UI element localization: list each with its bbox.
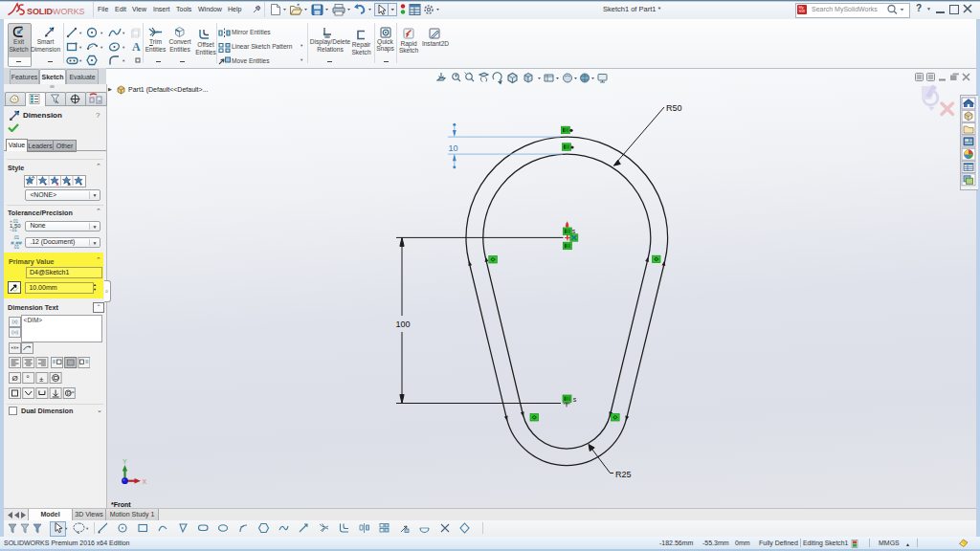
svg-text:+: + <box>79 180 82 186</box>
svg-text:x: x <box>56 180 59 186</box>
svg-text:SOLIDWORKS: SOLIDWORKS <box>27 7 85 16</box>
svg-text:R50: R50 <box>666 103 682 113</box>
svg-text:°: ° <box>26 374 30 384</box>
svg-text:Ø: Ø <box>12 374 18 383</box>
svg-text:s: s <box>572 228 576 234</box>
svg-text:10: 10 <box>448 143 457 153</box>
svg-text:±: ± <box>39 375 44 384</box>
svg-text:s: s <box>573 396 577 403</box>
svg-text:X: X <box>143 478 147 485</box>
svg-text:a: a <box>67 180 71 186</box>
svg-text:100: 100 <box>395 320 410 329</box>
svg-text:+: + <box>44 180 47 186</box>
svg-text:R25: R25 <box>615 470 632 479</box>
svg-text:Y: Y <box>122 458 127 465</box>
